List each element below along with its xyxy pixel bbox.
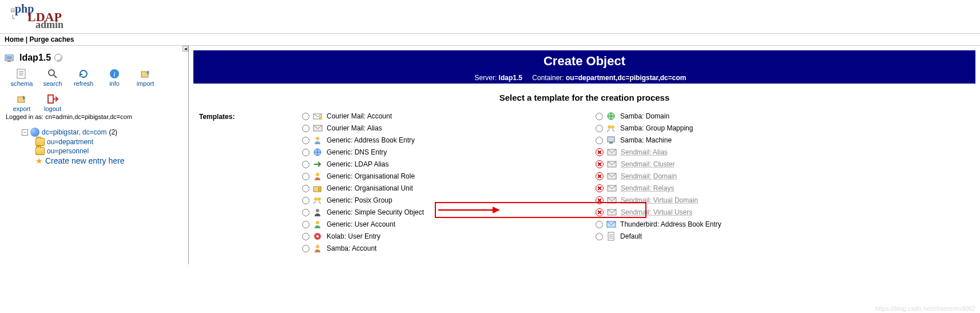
toolbar-export[interactable]: export bbox=[9, 93, 34, 112]
toolbar-logout[interactable]: logout bbox=[40, 93, 65, 112]
toolbar-import-label: import bbox=[137, 80, 154, 87]
context-bar: Server: ldap1.5 Container: ou=department… bbox=[193, 72, 975, 84]
person-icon bbox=[313, 172, 323, 181]
template-radio[interactable] bbox=[302, 197, 310, 204]
template-radio[interactable] bbox=[596, 113, 603, 120]
template-row[interactable]: Generic: User Account bbox=[302, 220, 424, 229]
template-row[interactable]: Generic: Simple Security Object bbox=[302, 208, 424, 217]
template-label: Generic: User Account bbox=[327, 220, 395, 228]
logged-in-as: Logged in as: cn=admin,dc=pibigstar,dc=c… bbox=[6, 113, 185, 120]
toolbar-refresh[interactable]: refresh bbox=[71, 68, 96, 87]
template-radio[interactable] bbox=[596, 137, 603, 144]
template-radio[interactable] bbox=[596, 125, 603, 132]
template-radio[interactable] bbox=[596, 221, 603, 228]
search-icon bbox=[46, 68, 59, 80]
toolbar-logout-label: logout bbox=[44, 105, 61, 112]
svg-point-31 bbox=[611, 125, 614, 129]
template-radio[interactable] bbox=[302, 245, 310, 252]
template-row[interactable]: Sendmail: Virtual Domain bbox=[596, 196, 721, 205]
svg-point-28 bbox=[316, 245, 319, 248]
template-row[interactable]: Generic: Address Book Entry bbox=[302, 136, 424, 145]
sidebar-collapse-icon[interactable]: ◂ bbox=[182, 46, 188, 51]
template-row[interactable]: Generic: DNS Entry bbox=[302, 148, 424, 157]
toolbar-schema[interactable]: schema bbox=[9, 68, 34, 87]
sidebar: ◂ ldap1.5 schema search refresh i bbox=[0, 46, 189, 264]
template-row[interactable]: Sendmail: Alias bbox=[596, 148, 721, 157]
template-row[interactable]: Thunderbird: Address Book Entry bbox=[596, 220, 721, 229]
template-label: Samba: Account bbox=[327, 244, 376, 252]
globe-icon bbox=[30, 128, 39, 137]
template-label: Samba: Group Mapping bbox=[620, 124, 693, 132]
template-radio[interactable] bbox=[302, 173, 310, 180]
server-name: ldap1.5 bbox=[19, 53, 51, 63]
toolbar-schema-label: schema bbox=[11, 80, 33, 87]
template-row[interactable]: Generic: Organisational Role bbox=[302, 172, 424, 181]
svg-rect-3 bbox=[17, 69, 25, 78]
svg-point-23 bbox=[318, 197, 321, 201]
template-row[interactable]: Courier Mail: Account bbox=[302, 112, 424, 121]
info-icon: i bbox=[108, 68, 121, 80]
template-radio[interactable] bbox=[302, 185, 310, 192]
template-label: Generic: Organisational Unit bbox=[327, 184, 413, 192]
template-radio[interactable] bbox=[302, 161, 310, 168]
mail-icon bbox=[607, 208, 617, 217]
template-label: Generic: Organisational Role bbox=[327, 172, 415, 180]
template-row[interactable]: Sendmail: Cluster bbox=[596, 160, 721, 169]
tree-item-personnel[interactable]: ou=personnel bbox=[35, 146, 185, 156]
template-label: Sendmail: Cluster bbox=[621, 160, 675, 168]
template-row[interactable]: Samba: Group Mapping bbox=[596, 124, 721, 133]
template-row[interactable]: Samba: Machine bbox=[596, 136, 721, 145]
nav-purge-caches[interactable]: Purge caches bbox=[29, 35, 74, 43]
template-row[interactable]: Generic: Posix Group bbox=[302, 196, 424, 205]
nav-home[interactable]: Home bbox=[5, 35, 23, 43]
template-radio[interactable] bbox=[302, 149, 310, 156]
collapse-icon[interactable]: − bbox=[22, 129, 28, 136]
template-label: Samba: Machine bbox=[620, 136, 672, 144]
tree-item-create-new[interactable]: ★ Create new entry here bbox=[35, 156, 185, 166]
svg-rect-1 bbox=[6, 56, 12, 60]
template-label: Sendmail: Alias bbox=[621, 148, 668, 156]
server-refresh-icon[interactable] bbox=[54, 54, 62, 62]
template-row[interactable]: Kolab: User Entry bbox=[302, 232, 424, 241]
folder-icon bbox=[35, 138, 45, 146]
svg-rect-32 bbox=[608, 137, 614, 142]
toolbar-search-label: search bbox=[43, 80, 62, 87]
template-row[interactable]: Sendmail: Relays bbox=[596, 184, 721, 193]
template-row[interactable]: Generic: Organisational Unit bbox=[302, 184, 424, 193]
top-nav: Home | Purge caches bbox=[0, 33, 980, 46]
person-dark-icon bbox=[313, 208, 323, 217]
toolbar-search[interactable]: search bbox=[40, 68, 65, 87]
svg-rect-33 bbox=[609, 142, 613, 144]
mail-icon bbox=[607, 148, 617, 157]
template-radio[interactable] bbox=[302, 209, 310, 216]
template-row[interactable]: Samba: Account bbox=[302, 244, 424, 253]
template-label: Generic: DNS Entry bbox=[327, 148, 387, 156]
template-label: Kolab: User Entry bbox=[327, 232, 380, 240]
toolbar-import[interactable]: import bbox=[133, 68, 158, 87]
disabled-icon bbox=[596, 196, 604, 204]
toolbar-info-label: info bbox=[109, 80, 120, 87]
template-row[interactable]: Courier Mail: Alias bbox=[302, 124, 424, 133]
template-row[interactable]: Samba: Domain bbox=[596, 112, 721, 121]
template-radio[interactable] bbox=[302, 233, 310, 240]
template-row[interactable]: Default bbox=[596, 232, 721, 241]
tree-root[interactable]: − dc=pibigstar, dc=com (2) bbox=[22, 127, 185, 137]
svg-point-7 bbox=[49, 70, 54, 76]
tree-item-department[interactable]: ou=department bbox=[35, 137, 185, 146]
template-radio[interactable] bbox=[302, 113, 310, 120]
template-radio[interactable] bbox=[302, 125, 310, 132]
template-label: Default bbox=[620, 232, 642, 240]
folder-icon bbox=[35, 147, 45, 155]
disabled-icon bbox=[596, 208, 604, 216]
mail-icon bbox=[607, 172, 617, 181]
template-radio[interactable] bbox=[302, 137, 310, 144]
template-radio[interactable] bbox=[596, 233, 603, 240]
template-row[interactable]: Sendmail: Virtual Users bbox=[596, 208, 721, 217]
template-radio[interactable] bbox=[302, 221, 310, 228]
template-row[interactable]: Sendmail: Domain bbox=[596, 172, 721, 181]
svg-rect-2 bbox=[7, 61, 11, 62]
toolbar-info[interactable]: i info bbox=[102, 68, 127, 87]
tree-root-label: dc=pibigstar, dc=com bbox=[42, 128, 106, 136]
template-row[interactable]: Generic: LDAP Alias bbox=[302, 160, 424, 169]
star-icon: ★ bbox=[35, 156, 43, 165]
